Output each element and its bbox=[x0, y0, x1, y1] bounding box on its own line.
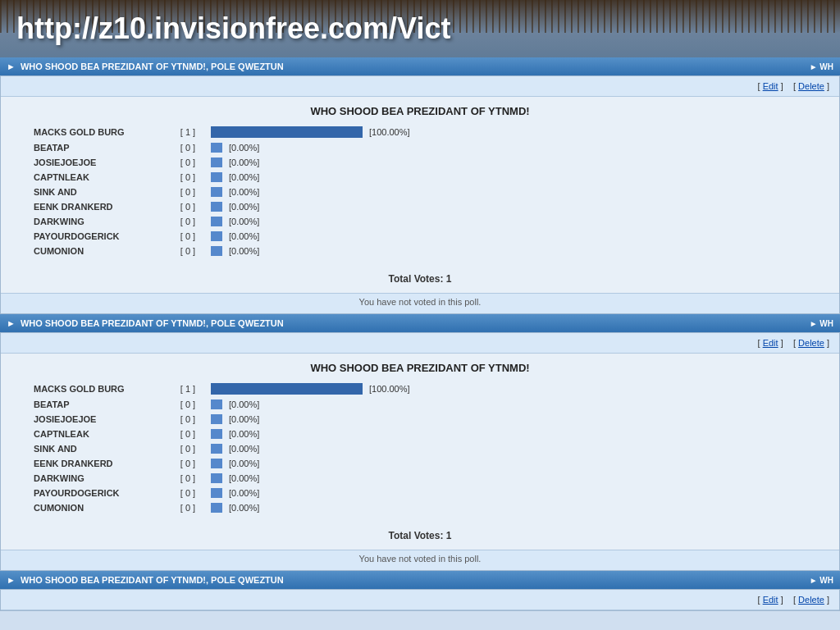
candidate-name: DARKWING bbox=[34, 217, 165, 226]
candidate-name: BEATAP bbox=[34, 143, 165, 153]
bar-container: [0.00%] bbox=[211, 158, 806, 167]
candidate-pct: [0.00%] bbox=[229, 231, 259, 241]
candidate-name: CAPTNLEAK bbox=[34, 172, 165, 182]
section-header-left-1: ► WHO SHOOD BEA PREZIDANT OF YTNMD!, POL… bbox=[7, 62, 284, 71]
section-header-right-1: ► WH bbox=[810, 62, 833, 71]
edit-button-3[interactable]: Edit bbox=[763, 595, 778, 605]
bar-fill bbox=[211, 383, 363, 395]
poll-row: BEATAP [ 0 ] [0.00%] bbox=[34, 397, 806, 412]
candidate-name: CUMONION bbox=[34, 246, 165, 256]
poll-section-2: ► WHO SHOOD BEA PREZIDANT OF YTNMD!, POL… bbox=[0, 314, 840, 571]
poll-row: EENK DRANKERD [ 0 ] [0.00%] bbox=[34, 199, 806, 214]
candidate-pct: [0.00%] bbox=[229, 459, 259, 468]
bar-icon bbox=[211, 399, 222, 409]
section-header-right-label-2: ► WH bbox=[810, 319, 833, 328]
bar-container: [100.00%] bbox=[211, 383, 806, 395]
poll-row: EENK DRANKERD [ 0 ] [0.00%] bbox=[34, 456, 806, 471]
candidate-pct: [0.00%] bbox=[229, 444, 259, 454]
poll-title-2: WHO SHOOD BEA PREZIDANT OF YTNMD! bbox=[1, 354, 839, 381]
bar-icon bbox=[211, 217, 222, 226]
bar-container: [0.00%] bbox=[211, 429, 806, 439]
candidate-count: [ 0 ] bbox=[171, 503, 204, 513]
banner-url: http://z10.invisionfree.com/Vict bbox=[0, 11, 450, 46]
candidate-pct: [0.00%] bbox=[229, 202, 259, 212]
candidate-count: [ 0 ] bbox=[171, 488, 204, 498]
candidate-name: SINK AND bbox=[34, 444, 165, 454]
bar-icon bbox=[211, 444, 222, 454]
bar-fill bbox=[211, 126, 363, 138]
candidate-name: MACKS GOLD BURG bbox=[34, 127, 165, 137]
poll-row: MACKS GOLD BURG [ 1 ] [100.00%] bbox=[34, 381, 806, 397]
bar-icon bbox=[211, 231, 222, 241]
delete-button-3[interactable]: Delete bbox=[798, 595, 824, 605]
candidate-name: CUMONION bbox=[34, 503, 165, 513]
action-bar-3: [ Edit ] [ Delete ] bbox=[1, 590, 839, 610]
section-header-right-2: ► WH bbox=[810, 319, 833, 328]
candidate-pct: [0.00%] bbox=[229, 158, 259, 167]
candidate-pct: [100.00%] bbox=[369, 384, 410, 394]
bar-container: [0.00%] bbox=[211, 172, 806, 182]
candidate-pct: [0.00%] bbox=[229, 172, 259, 182]
poll-row: CAPTNLEAK [ 0 ] [0.00%] bbox=[34, 170, 806, 185]
candidate-count: [ 0 ] bbox=[171, 217, 204, 226]
poll-row: JOSIEJOEJOE [ 0 ] [0.00%] bbox=[34, 155, 806, 170]
candidate-pct: [0.00%] bbox=[229, 217, 259, 226]
candidate-count: [ 0 ] bbox=[171, 172, 204, 182]
total-votes-1: Total Votes: 1 bbox=[1, 267, 839, 293]
poll-table-1: MACKS GOLD BURG [ 1 ] [100.00%] BEATAP [… bbox=[1, 124, 839, 267]
candidate-pct: [0.00%] bbox=[229, 414, 259, 424]
edit-button-2[interactable]: Edit bbox=[763, 338, 778, 348]
bar-container: [0.00%] bbox=[211, 217, 806, 226]
poll-container-1: [ Edit ] [ Delete ] WHO SHOOD BEA PREZID… bbox=[0, 75, 840, 314]
candidate-count: [ 0 ] bbox=[171, 231, 204, 241]
bar-icon bbox=[211, 143, 222, 153]
poll-row: BEATAP [ 0 ] [0.00%] bbox=[34, 140, 806, 155]
poll-row: DARKWING [ 0 ] [0.00%] bbox=[34, 214, 806, 229]
section-header-right-3: ► WH bbox=[810, 576, 833, 585]
section-header-3: ► WHO SHOOD BEA PREZIDANT OF YTNMD!, POL… bbox=[0, 571, 840, 589]
candidate-name: MACKS GOLD BURG bbox=[34, 384, 165, 394]
poll-row: CUMONION [ 0 ] [0.00%] bbox=[34, 244, 806, 258]
bar-icon bbox=[211, 246, 222, 256]
bar-icon bbox=[211, 459, 222, 468]
poll-row: SINK AND [ 0 ] [0.00%] bbox=[34, 441, 806, 456]
section-header-left-3: ► WHO SHOOD BEA PREZIDANT OF YTNMD!, POL… bbox=[7, 575, 284, 585]
section-header-left-2: ► WHO SHOOD BEA PREZIDANT OF YTNMD!, POL… bbox=[7, 318, 284, 328]
poll-section-1: ► WHO SHOOD BEA PREZIDANT OF YTNMD!, POL… bbox=[0, 57, 840, 314]
candidate-pct: [0.00%] bbox=[229, 473, 259, 483]
candidate-pct: [100.00%] bbox=[369, 127, 410, 137]
candidate-name: EENK DRANKERD bbox=[34, 202, 165, 212]
candidate-count: [ 0 ] bbox=[171, 246, 204, 256]
candidate-count: [ 1 ] bbox=[171, 127, 204, 137]
bar-container: [100.00%] bbox=[211, 126, 806, 138]
poll-row: JOSIEJOEJOE [ 0 ] [0.00%] bbox=[34, 412, 806, 427]
bar-container: [0.00%] bbox=[211, 187, 806, 197]
delete-button-1[interactable]: Delete bbox=[798, 81, 824, 91]
candidate-count: [ 0 ] bbox=[171, 444, 204, 454]
candidate-pct: [0.00%] bbox=[229, 143, 259, 153]
poll-row: CUMONION [ 0 ] [0.00%] bbox=[34, 500, 806, 515]
poll-row: PAYOURDOGERICK [ 0 ] [0.00%] bbox=[34, 486, 806, 500]
edit-button-1[interactable]: Edit bbox=[763, 81, 778, 91]
candidate-pct: [0.00%] bbox=[229, 187, 259, 197]
candidate-count: [ 1 ] bbox=[171, 384, 204, 394]
candidate-name: JOSIEJOEJOE bbox=[34, 158, 165, 167]
section-header-2: ► WHO SHOOD BEA PREZIDANT OF YTNMD!, POL… bbox=[0, 314, 840, 332]
candidate-name: BEATAP bbox=[34, 399, 165, 409]
bar-icon bbox=[211, 414, 222, 424]
bar-container: [0.00%] bbox=[211, 399, 806, 409]
action-bar-2: [ Edit ] [ Delete ] bbox=[1, 333, 839, 354]
candidate-count: [ 0 ] bbox=[171, 143, 204, 153]
section-header-1: ► WHO SHOOD BEA PREZIDANT OF YTNMD!, POL… bbox=[0, 57, 840, 75]
candidate-name: CAPTNLEAK bbox=[34, 429, 165, 439]
section-arrow-icon-3: ► bbox=[7, 575, 16, 585]
bar-container: [0.00%] bbox=[211, 231, 806, 241]
bar-container: [0.00%] bbox=[211, 459, 806, 468]
bar-container: [0.00%] bbox=[211, 444, 806, 454]
section-header-title-2: WHO SHOOD BEA PREZIDANT OF YTNMD!, POLE … bbox=[21, 318, 284, 328]
candidate-count: [ 0 ] bbox=[171, 414, 204, 424]
candidate-count: [ 0 ] bbox=[171, 158, 204, 167]
bar-container: [0.00%] bbox=[211, 246, 806, 256]
poll-row: SINK AND [ 0 ] [0.00%] bbox=[34, 185, 806, 199]
delete-button-2[interactable]: Delete bbox=[798, 338, 824, 348]
